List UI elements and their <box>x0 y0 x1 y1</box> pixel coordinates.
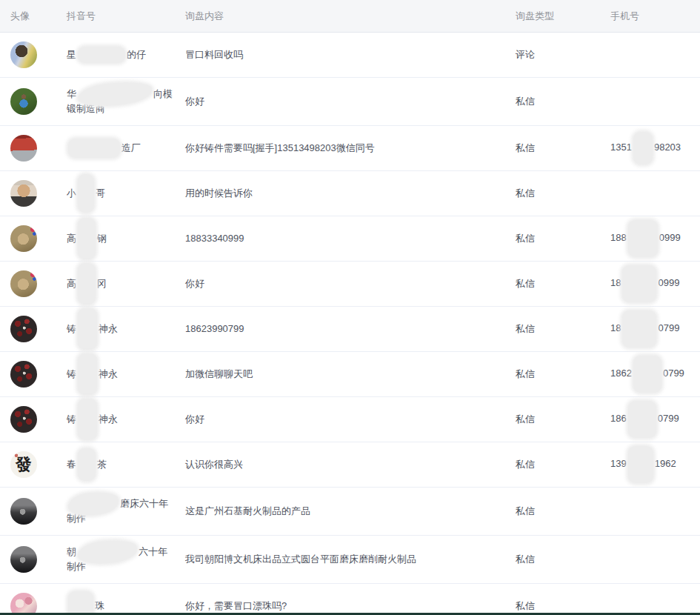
visible-text: 139 <box>610 458 627 469</box>
visible-text: 珠 <box>95 600 104 611</box>
visible-text: 铸 <box>67 413 76 425</box>
inquiry-content-cell: 你好铸件需要吗[握手]13513498203微信同号 <box>185 141 516 156</box>
table-row: 高钢18833340999私信1880999 <box>0 216 700 262</box>
inquiry-type-cell: 私信 <box>516 187 610 200</box>
table-row: 小哥用的时候告诉你私信 <box>0 171 700 216</box>
avatar-cell <box>0 135 67 162</box>
visible-text: 的仔 <box>127 49 146 60</box>
visible-text: 铸 <box>67 368 76 379</box>
visible-text: 98203 <box>654 142 681 153</box>
douyin-id-cell: 星的仔 <box>67 47 185 63</box>
inquiry-table-page: 头像 抖音号 询盘内容 询盘类型 手机号 星的仔冒口料回收吗评论华向模锻制造商你… <box>0 0 700 615</box>
douyin-id-line1: 高冈 <box>67 276 178 292</box>
inquiry-type-cell: 私信 <box>516 413 610 426</box>
douyin-id-cell: 珠 <box>67 599 185 614</box>
censor-blur-patch <box>633 356 661 393</box>
inquiry-content-cell: 冒口料回收吗 <box>185 47 516 62</box>
visible-text: 18 <box>610 322 621 333</box>
table-row: 华向模锻制造商你好私信 <box>0 78 700 126</box>
censor-blur-patch <box>78 308 97 350</box>
visible-text: 0999 <box>658 277 679 288</box>
visible-text: 1351 <box>610 142 632 153</box>
phone-cell: 180999 <box>610 276 700 291</box>
douyin-id-cell: 铸神永 <box>67 412 185 428</box>
censor-blur-patch <box>78 399 97 440</box>
phone-cell: 1391962 <box>610 457 700 472</box>
table-row: 星的仔冒口料回收吗评论 <box>0 33 700 78</box>
calligraphy-avatar: 發 <box>10 451 37 478</box>
inquiry-type-cell: 私信 <box>516 599 610 613</box>
red-machine-avatar <box>10 135 37 162</box>
avatar-cell <box>0 225 67 252</box>
visible-text: 小 <box>67 187 76 199</box>
visible-text: 神永 <box>99 323 118 334</box>
avatar-cell <box>0 180 67 207</box>
douyin-id-cell: 小哥 <box>67 186 185 202</box>
table-row: 發春茶认识你很高兴私信1391962 <box>0 442 700 488</box>
visible-text: 哥 <box>96 187 105 199</box>
douyin-id-line1: 造厂 <box>67 141 178 156</box>
machine-dark-avatar <box>10 546 37 573</box>
visible-text: 0799 <box>658 413 679 424</box>
inquiry-content-cell: 18833340999 <box>185 231 516 246</box>
inquiry-type-cell: 私信 <box>516 368 610 381</box>
speckle-avatar <box>10 316 37 342</box>
phone-cell: 135198203 <box>610 141 700 156</box>
douyin-id-cell: 春茶 <box>67 457 185 473</box>
inquiry-content-cell: 你好，需要冒口漂珠吗? <box>185 599 516 614</box>
douyin-id-line1: 春茶 <box>67 457 178 473</box>
inquiry-content-cell: 认识你很高兴 <box>185 457 516 472</box>
visible-text: 春 <box>67 459 76 470</box>
table-body: 星的仔冒口料回收吗评论华向模锻制造商你好私信造厂你好铸件需要吗[握手]13513… <box>0 33 700 615</box>
painting-avatar <box>10 225 37 252</box>
censor-blur-patch <box>628 401 656 438</box>
table-row: 造厂你好铸件需要吗[握手]13513498203微信同号私信135198203 <box>0 126 700 171</box>
douyin-id-line1: 华向模 <box>67 87 178 102</box>
douyin-id-line1: 星的仔 <box>67 47 178 63</box>
machine-dark-avatar <box>10 498 37 525</box>
visible-text: 朝 <box>67 546 76 557</box>
visible-text: 磨床六十年 <box>120 498 168 509</box>
douyin-id-line1: 铸神永 <box>67 322 178 337</box>
visible-text: 神永 <box>99 413 118 425</box>
table-header-row: 头像 抖音号 询盘内容 询盘类型 手机号 <box>0 0 700 33</box>
inquiry-type-cell: 私信 <box>516 232 610 245</box>
douyin-id-cell: 高冈 <box>67 276 185 292</box>
table-row: 珠你好，需要冒口漂珠吗?私信 <box>0 584 700 615</box>
inquiry-content-cell: 加微信聊聊天吧 <box>185 367 516 382</box>
inquiry-content-cell: 我司朝阳博文机床出品立式圆台平面磨床磨削耐火制品 <box>185 552 516 567</box>
inquiry-type-cell: 私信 <box>516 95 610 108</box>
phone-cell: 18620799 <box>610 367 700 382</box>
table-row: 高冈你好私信180999 <box>0 262 700 307</box>
visible-text: 茶 <box>97 459 107 470</box>
douyin-id-line1: 朝六十年 <box>67 545 178 560</box>
header-inquiry-content: 询盘内容 <box>185 9 516 24</box>
inquiry-type-cell: 私信 <box>516 458 610 471</box>
visible-text: 0799 <box>663 368 684 379</box>
avatar-cell <box>0 316 67 342</box>
censor-blur-patch <box>78 448 96 481</box>
censor-blur-patch <box>78 263 96 305</box>
inquiry-content-cell: 18623990799 <box>185 322 516 336</box>
avatar-cell <box>0 361 67 388</box>
douyin-id-line1: 磨床六十年 <box>67 496 178 512</box>
visible-text: 18 <box>610 277 621 288</box>
douyin-id-cell: 造厂 <box>67 141 185 156</box>
douyin-id-cell: 铸神永 <box>67 322 185 337</box>
censor-blur-patch <box>78 174 94 213</box>
phone-cell: 1880999 <box>610 231 700 246</box>
visible-text: 冈 <box>97 278 107 289</box>
visible-text: 1862 <box>610 368 632 379</box>
pink-people-avatar <box>10 593 37 615</box>
avatar-cell: 發 <box>0 451 67 478</box>
inquiry-content-cell: 你好 <box>185 94 516 109</box>
visible-text: 铸 <box>67 323 76 334</box>
visible-text: 高 <box>67 278 76 289</box>
douyin-id-line1: 小哥 <box>67 186 178 202</box>
visible-text: 向模 <box>153 88 173 99</box>
avatar-cell <box>0 406 67 433</box>
censor-blur-patch <box>622 265 656 302</box>
avatar-cell <box>0 270 67 297</box>
censor-blur-patch <box>78 218 96 259</box>
douyin-id-cell: 华向模锻制造商 <box>67 87 185 117</box>
